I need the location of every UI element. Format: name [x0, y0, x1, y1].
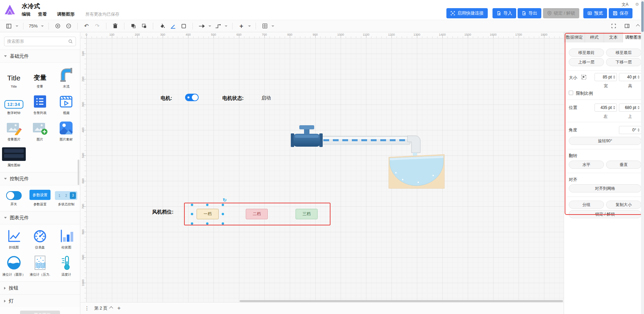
add-page-button[interactable]: +	[117, 305, 121, 312]
fill-color-icon[interactable]	[158, 22, 166, 30]
shape-item-level-gauge-circle[interactable]: 液位计（圆形）	[1, 252, 27, 279]
selection-handle[interactable]	[222, 222, 224, 225]
shape-item-param-setting[interactable]: 参数设置 参数设置	[27, 187, 53, 209]
pipe-valve-tank-graphic[interactable]	[288, 125, 451, 194]
shape-item-line-chart[interactable]: 折线图	[1, 226, 27, 252]
shape-item-title[interactable]: Title Title	[1, 64, 27, 91]
insert-caret-icon[interactable]	[248, 25, 251, 27]
zoom-out-icon[interactable]	[64, 22, 73, 30]
collapse-toolbar-icon[interactable]	[636, 24, 640, 28]
preview-button[interactable]: 预览	[583, 8, 607, 18]
ruler-label: 600	[236, 33, 241, 36]
ruler-label: 500	[81, 153, 85, 158]
line-color-icon[interactable]	[169, 22, 177, 30]
undo-icon[interactable]: ↶	[82, 22, 90, 30]
selection-handle[interactable]	[206, 204, 208, 206]
shape-item-multistate[interactable]: 123 多状态控制	[53, 187, 79, 209]
zoom-level[interactable]: 75%	[29, 23, 38, 29]
ruler-label: 600	[81, 178, 85, 183]
shape-item-bar-chart[interactable]: 柱状图	[53, 226, 79, 252]
section-control-elements[interactable]: 控制元件	[0, 172, 80, 185]
export-icon	[522, 11, 526, 16]
menu-adjust-shape[interactable]: 调整图形	[57, 11, 75, 17]
panel-toggle-icon[interactable]	[623, 22, 631, 30]
selection-handle[interactable]	[191, 204, 193, 206]
delete-icon[interactable]	[111, 22, 119, 30]
shape-item-video[interactable]: 视频	[53, 91, 79, 118]
shape-outline-icon[interactable]	[180, 22, 188, 30]
shape-item-image[interactable]: 图片	[27, 118, 53, 144]
motor-state-label-shape[interactable]: 电机状态:	[222, 95, 244, 101]
arrow-style-icon[interactable]	[198, 22, 206, 30]
shape-item-level-gauge-pressure[interactable]: 液位计（压力.	[27, 252, 53, 279]
shield-icon	[547, 11, 552, 16]
page-scrollbar-thumb[interactable]	[641, 1, 644, 32]
clock-icon: 12:34	[4, 100, 23, 109]
motor-toggle[interactable]	[185, 94, 199, 101]
table-grid-caret-icon[interactable]	[271, 25, 274, 27]
rotate-handle-icon[interactable]: ↻	[223, 197, 227, 203]
page-tab[interactable]: 第 2 页	[94, 306, 113, 311]
selection-handle[interactable]	[222, 213, 224, 215]
page-menu-icon[interactable]: ⋮	[84, 305, 89, 311]
arrow-style-caret-icon[interactable]	[208, 25, 211, 27]
fan-gear-2-button[interactable]: 二档	[246, 209, 268, 219]
shape-item-gauge[interactable]: 仪表盘	[27, 226, 53, 252]
theme-light-icon[interactable]: ☼	[635, 1, 640, 7]
shape-item-thermometer[interactable]: 温度计	[53, 252, 79, 279]
toolbar: 75% ↶ ↷	[0, 20, 644, 32]
ruler-label: 500	[211, 33, 216, 36]
toolbar-separator	[106, 23, 106, 30]
shape-item-alarm-list[interactable]: 告警列表	[27, 91, 53, 118]
selection-handle[interactable]	[191, 222, 193, 225]
page-setup-caret-icon[interactable]	[16, 25, 18, 27]
zoom-caret-icon[interactable]	[41, 25, 44, 27]
connector-style-icon[interactable]	[214, 22, 222, 30]
page-setup-icon[interactable]	[5, 22, 13, 30]
search-box[interactable]	[4, 37, 76, 46]
shape-item-waterflow[interactable]: 水流	[53, 64, 79, 91]
more-shapes-button[interactable]: + 更多图形	[20, 311, 60, 314]
import-button[interactable]: 导入	[492, 8, 516, 18]
motor-state-value-shape[interactable]: 启动	[261, 95, 271, 101]
fan-gear-3-button[interactable]: 三档	[296, 209, 318, 219]
fullscreen-icon[interactable]	[609, 22, 618, 30]
send-backward-icon[interactable]	[140, 22, 148, 30]
save-button[interactable]: 保存	[609, 8, 632, 18]
fan-gear-1-button[interactable]: 一档	[197, 209, 219, 219]
page-scrollbar[interactable]	[641, 0, 644, 314]
connector-style-caret-icon[interactable]	[225, 25, 227, 27]
search-input[interactable]	[7, 39, 68, 44]
redo-icon[interactable]: ↷	[93, 22, 101, 30]
shape-item-variable-image[interactable]: 变量图片	[1, 118, 27, 144]
shape-item-digital-clock[interactable]: 12:34 数字时钟	[1, 91, 27, 118]
selection-handle[interactable]	[191, 213, 193, 215]
sidebar-scrollbar[interactable]	[78, 160, 79, 185]
pipe-icon	[59, 67, 74, 82]
shape-item-image-material[interactable]: 图片素材	[53, 118, 79, 144]
menu-view[interactable]: 查看	[38, 11, 47, 17]
bring-forward-icon[interactable]	[129, 22, 137, 30]
shape-item-switch[interactable]: 开关	[1, 187, 27, 209]
image-material-icon	[59, 121, 73, 135]
shape-item-variable[interactable]: 变量 变量	[27, 64, 53, 91]
selection-handle[interactable]	[206, 222, 208, 225]
search-icon	[68, 39, 73, 44]
export-button[interactable]: 导出	[518, 8, 541, 18]
menu-edit[interactable]: 编辑	[22, 11, 31, 17]
table-grid-icon[interactable]	[261, 22, 269, 30]
fan-gear-label-shape[interactable]: 风机档位:	[152, 209, 174, 215]
enable-quick-connect-button[interactable]: 启用快捷连接	[446, 8, 488, 18]
section-basic-elements[interactable]: 基础元件	[0, 50, 80, 62]
language-icon[interactable]: 文A	[622, 2, 628, 7]
toolbar-separator	[77, 23, 78, 30]
section-lights[interactable]: 灯	[0, 294, 80, 307]
selection-handle[interactable]	[222, 204, 224, 206]
insert-plus-icon[interactable]: +	[237, 22, 245, 30]
zoom-in-icon[interactable]	[54, 22, 62, 30]
section-buttons[interactable]: 按钮	[0, 281, 80, 294]
lock-unlock-button[interactable]: 锁定 / 解锁	[543, 8, 579, 18]
motor-label-shape[interactable]: 电机:	[161, 95, 172, 101]
shape-item-attribute-icon[interactable]: 属性图标	[1, 144, 27, 170]
section-chart-elements[interactable]: 图表元件	[0, 211, 80, 224]
